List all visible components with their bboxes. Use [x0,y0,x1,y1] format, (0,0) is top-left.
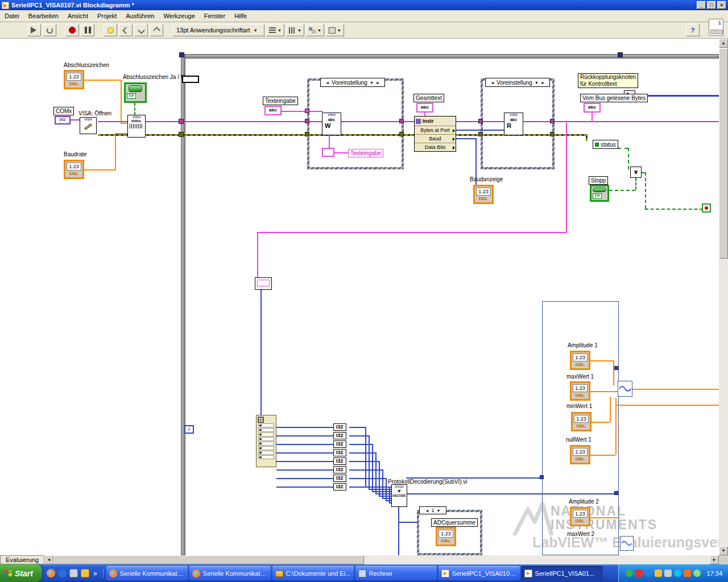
vertical-scroll-thumb[interactable] [719,48,728,259]
folder-icon[interactable] [81,569,89,577]
visa-open-node[interactable]: VISA [80,117,97,134]
vom-bus-string-indicator[interactable]: abc [584,103,601,113]
run-continuous-button[interactable] [43,24,56,36]
case-prev-icon[interactable]: ◄ [490,81,494,85]
sine-wave-node[interactable] [618,381,632,397]
tunnel[interactable] [179,132,184,137]
status-indicator[interactable]: status [593,140,618,149]
tunnel[interactable] [305,132,309,136]
loop-condition-terminal[interactable] [702,203,711,213]
tunnel[interactable] [618,52,623,57]
step-out-button[interactable] [150,24,163,36]
tunnel[interactable] [478,132,483,136]
taskbar-task-6-active[interactable]: SeriellPC1_VISA01... [522,566,603,580]
unbundle-cluster-node[interactable] [256,415,276,467]
string-constant[interactable] [322,148,334,157]
resize-objects-dropdown[interactable]: ▼ [306,24,324,36]
evaluation-tab[interactable]: Evaluierung [0,555,44,564]
tunnel[interactable] [614,491,618,495]
minimize-button[interactable]: _ [697,1,706,9]
tunnel[interactable] [179,119,184,124]
close-button[interactable]: × [717,1,726,9]
nullwert1-numeric-control[interactable]: 1.23 DBL [570,445,590,464]
tray-icon[interactable] [674,569,681,577]
string-to-byte-array-node[interactable] [255,277,272,290]
case2-selector[interactable]: ◄ Voreinstellung ▼ ► [485,78,550,87]
taskbar-task-5[interactable]: SeriellPC1_VISA0107... [439,566,520,580]
case-next-icon[interactable]: ► [376,81,380,85]
tray-icon[interactable] [626,569,633,577]
scroll-down-button[interactable]: ▼ [719,546,728,555]
menu-werkzeuge[interactable]: Werkzeuge [159,11,199,21]
abschluss-boolean-control[interactable]: TF [124,82,147,103]
adcquersumme-numeric-indicator[interactable]: 1.23 DBL [436,527,456,546]
menu-datei[interactable]: Datei [0,11,24,21]
texteingabe-string-control[interactable]: abc [264,106,282,115]
tray-icon[interactable] [635,569,643,577]
start-button[interactable]: Start [0,564,42,582]
run-button[interactable] [27,24,41,36]
baudanzeige-numeric-indicator[interactable]: 1.23 DBL [473,185,494,204]
step-over-button[interactable] [134,24,148,36]
menu-fenster[interactable]: Fenster [200,11,230,21]
menu-bearbeiten[interactable]: Bearbeiten [24,11,63,21]
tunnel[interactable] [305,109,309,113]
menu-hilfe[interactable]: Hilfe [230,11,251,21]
iteration-terminal[interactable]: i [184,425,194,434]
visa-resource-terminal[interactable]: I/O [55,116,71,124]
show-desktop-icon[interactable] [69,569,78,577]
while-loop-border-left[interactable] [181,54,185,555]
context-help-button[interactable]: ? [686,24,700,36]
while-loop-border-top[interactable] [181,54,719,59]
horizontal-scroll-thumb[interactable] [53,555,364,564]
tunnel[interactable] [399,119,404,123]
tray-icon[interactable] [684,569,691,577]
vertical-scrollbar[interactable]: ▲ ▼ [719,39,728,555]
firefox-icon[interactable] [47,569,55,577]
property-row-bytes-at-port[interactable]: Bytes at Port [415,126,456,134]
visa-configure-serial-node[interactable]: VISA SERIAL [127,115,146,138]
abort-button[interactable] [65,24,79,36]
property-row-baud[interactable]: Baud [415,134,456,143]
navigation-window[interactable]: 1 [709,19,723,36]
chevron-down-icon[interactable]: ▼ [370,81,374,85]
tray-icon[interactable] [664,569,672,577]
stopp-boolean-control[interactable]: TF [590,185,609,202]
maxwert1-numeric-control[interactable]: 1.23 DBL [570,381,590,401]
tray-icon[interactable] [693,569,701,577]
sine-wave-node[interactable] [620,536,634,551]
distribute-objects-dropdown[interactable]: ▼ [286,24,304,36]
chevron-down-icon[interactable]: ▼ [535,81,539,85]
taskbar-task-2[interactable]: Serielle Kommunikatio... [189,566,271,580]
pause-button[interactable] [81,24,94,36]
font-selector[interactable]: 13pt Anwendungsschriftart ▼ [172,24,264,36]
tunnel[interactable] [399,132,404,136]
scroll-up-button[interactable]: ▲ [719,39,728,48]
internet-explorer-icon[interactable] [58,569,67,577]
tray-icon[interactable] [645,569,652,577]
tunnel[interactable] [550,132,555,136]
chevron-down-icon[interactable]: ▼ [437,509,441,513]
case3-selector[interactable]: ◄ 1 ▼ [419,506,446,514]
tunnel[interactable] [179,52,184,57]
menu-ansicht[interactable]: Ansicht [63,11,93,21]
amplitude2-numeric-control[interactable]: 1.23 DBL [570,507,590,526]
tray-icon[interactable] [655,569,662,577]
chevron-icon[interactable]: » [92,569,98,577]
property-row-data-bits[interactable]: Data Bits [415,143,456,151]
tunnel[interactable] [540,475,544,479]
amplitude1-numeric-control[interactable]: 1.23 DBL [570,351,590,370]
tunnel[interactable] [305,119,309,123]
abschlusszeichen-numeric-control[interactable]: 1.23 DBL [64,70,84,89]
case-next-icon[interactable]: ► [541,81,545,85]
visa-write-node[interactable]: VISA abc W [322,113,341,135]
decode-subvi-node[interactable]: 100110 DECODE [391,484,407,507]
maximize-button[interactable]: □ [707,1,716,9]
menu-ausfuehren[interactable]: Ausführen [121,11,159,21]
tunnel[interactable] [478,119,483,123]
minwert1-numeric-control[interactable]: 1.23 DBL [571,412,592,431]
window-titlebar[interactable]: SeriellPC1_VISA0107.vi Blockdiagramm * _… [0,0,728,10]
or-gate-node[interactable]: ∨ [630,167,642,178]
visa-read-node[interactable]: VISA abc R [504,113,523,135]
case-prev-icon[interactable]: ◄ [425,509,429,513]
